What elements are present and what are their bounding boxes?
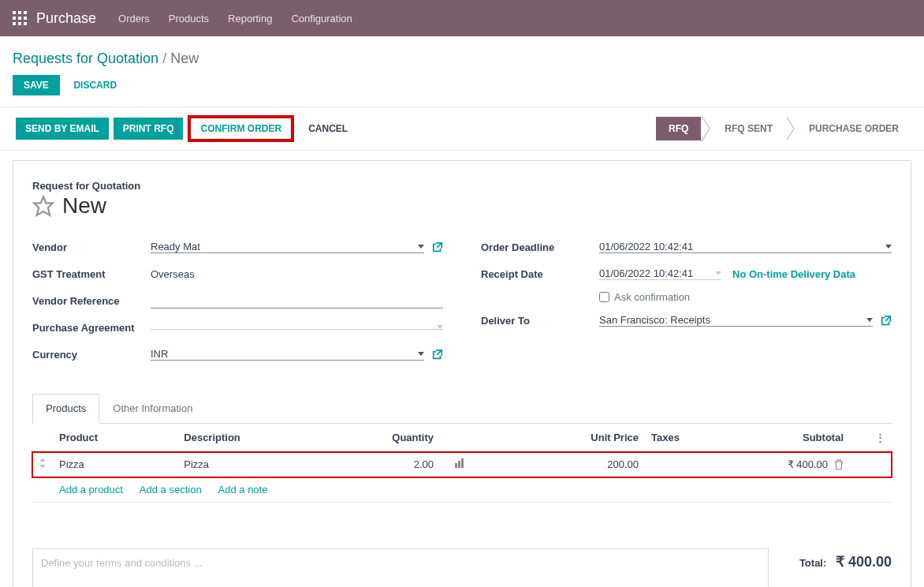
- add-note-link[interactable]: Add a note: [218, 484, 268, 495]
- menu-reporting[interactable]: Reporting: [228, 13, 272, 24]
- tab-products[interactable]: Products: [32, 394, 99, 424]
- vendor-ref-label: Vendor Reference: [32, 295, 151, 307]
- status-rfq-sent[interactable]: RFQ SENT: [712, 117, 785, 140]
- svg-rect-2: [24, 11, 27, 14]
- deliver-to-value[interactable]: San Francisco: Receipts: [599, 314, 866, 326]
- line-unit-price[interactable]: 200.00: [471, 452, 645, 477]
- svg-marker-11: [39, 465, 46, 468]
- kebab-icon[interactable]: ⋮: [869, 424, 892, 452]
- save-button[interactable]: SAVE: [13, 75, 60, 95]
- forecast-icon[interactable]: [454, 458, 465, 468]
- order-deadline-label: Order Deadline: [481, 241, 599, 253]
- tab-other-info[interactable]: Other Information: [99, 394, 206, 423]
- tabs: Products Other Information: [32, 394, 892, 424]
- col-unit-price: Unit Price: [471, 424, 645, 452]
- status-purchase-order[interactable]: PURCHASE ORDER: [796, 117, 911, 140]
- chevron-down-icon[interactable]: [418, 352, 424, 356]
- chevron-down-icon[interactable]: [715, 271, 721, 275]
- trash-icon[interactable]: [834, 459, 844, 470]
- line-quantity[interactable]: 2.00: [345, 452, 440, 477]
- order-deadline-value[interactable]: 01/06/2022 10:42:41: [599, 241, 885, 252]
- status-sep-icon: [785, 116, 796, 141]
- svg-rect-5: [24, 17, 27, 20]
- topbar: Purchase Orders Products Reporting Confi…: [0, 0, 924, 36]
- svg-rect-6: [13, 22, 16, 25]
- status-sep-icon: [701, 116, 712, 141]
- table-row[interactable]: Pizza Pizza 2.00 200.00 ₹ 400.00: [32, 452, 892, 477]
- chevron-down-icon[interactable]: [866, 318, 873, 322]
- status-rfq[interactable]: RFQ: [656, 117, 701, 140]
- confirm-order-button[interactable]: CONFIRM ORDER: [188, 115, 294, 142]
- receipt-date-value[interactable]: 01/06/2022 10:42:41: [599, 267, 715, 279]
- chevron-down-icon[interactable]: [418, 245, 424, 249]
- ask-confirmation-checkbox[interactable]: [599, 292, 609, 302]
- add-product-link[interactable]: Add a product: [59, 484, 123, 495]
- ask-confirmation-label: Ask confirmation: [614, 291, 690, 303]
- svg-rect-13: [458, 461, 460, 468]
- gst-value: Overseas: [151, 268, 195, 280]
- send-by-email-button[interactable]: SEND BY EMAIL: [16, 118, 109, 140]
- breadcrumb-current: New: [170, 50, 199, 66]
- svg-rect-7: [18, 22, 21, 25]
- add-section-link[interactable]: Add a section: [140, 484, 202, 495]
- discard-button[interactable]: DISCARD: [65, 75, 125, 95]
- line-taxes[interactable]: [645, 452, 708, 477]
- menu-orders[interactable]: Orders: [118, 13, 150, 24]
- currency-label: Currency: [32, 349, 151, 361]
- receipt-date-label: Receipt Date: [481, 268, 599, 280]
- total-label: Total:: [799, 557, 826, 569]
- deliver-to-label: Deliver To: [481, 315, 599, 327]
- vendor-label: Vendor: [32, 241, 151, 253]
- vendor-ref-input[interactable]: [151, 293, 443, 308]
- actionbar: SEND BY EMAIL PRINT RFQ CONFIRM ORDER CA…: [0, 107, 924, 151]
- terms-box: [32, 548, 769, 588]
- svg-marker-10: [39, 458, 46, 462]
- line-product[interactable]: Pizza: [53, 452, 177, 477]
- form-sheet: Request for Quotation New Vendor Ready M…: [13, 160, 911, 587]
- drag-handle-icon[interactable]: [32, 452, 53, 477]
- menu-configuration[interactable]: Configuration: [291, 13, 352, 24]
- terms-textarea[interactable]: [41, 557, 760, 588]
- col-taxes: Taxes: [645, 424, 708, 452]
- svg-rect-1: [18, 11, 21, 14]
- external-link-icon[interactable]: [432, 349, 443, 360]
- col-description: Description: [177, 424, 345, 452]
- breadcrumb-parent[interactable]: Requests for Quotation: [13, 50, 158, 66]
- purchase-agreement-label: Purchase Agreement: [32, 322, 151, 334]
- no-ontime-link[interactable]: No On-time Delivery Data: [732, 268, 855, 280]
- menu-products[interactable]: Products: [169, 13, 209, 24]
- line-subtotal: ₹ 400.00: [788, 458, 828, 470]
- statusbar: RFQ RFQ SENT PURCHASE ORDER: [656, 116, 911, 141]
- chevron-down-icon[interactable]: [885, 245, 892, 249]
- apps-icon[interactable]: [13, 11, 27, 25]
- total-value: ₹ 400.00: [836, 554, 892, 570]
- svg-rect-14: [461, 458, 464, 468]
- col-quantity: Quantity: [345, 424, 440, 452]
- sheet-title: New: [62, 193, 106, 219]
- cancel-button[interactable]: CANCEL: [299, 118, 357, 139]
- print-rfq-button[interactable]: PRINT RFQ: [114, 118, 184, 140]
- line-description[interactable]: Pizza: [177, 452, 345, 477]
- svg-rect-3: [13, 17, 16, 20]
- vendor-value[interactable]: Ready Mat: [151, 241, 418, 252]
- external-link-icon[interactable]: [881, 315, 892, 326]
- col-subtotal: Subtotal: [708, 424, 850, 452]
- star-icon[interactable]: [32, 195, 54, 217]
- currency-value[interactable]: INR: [151, 348, 418, 360]
- app-title[interactable]: Purchase: [36, 10, 96, 27]
- col-product: Product: [53, 424, 177, 452]
- svg-rect-0: [13, 11, 16, 14]
- breadcrumb: Requests for Quotation / New: [13, 50, 911, 67]
- external-link-icon[interactable]: [432, 241, 443, 252]
- sheet-subtitle: Request for Quotation: [32, 180, 892, 192]
- order-lines-table: Product Description Quantity Unit Price …: [32, 424, 892, 526]
- chevron-down-icon[interactable]: [437, 325, 443, 329]
- svg-marker-9: [34, 196, 52, 215]
- svg-rect-8: [24, 22, 27, 25]
- svg-rect-4: [18, 17, 21, 20]
- gst-label: GST Treatment: [32, 268, 151, 280]
- svg-rect-12: [455, 463, 457, 468]
